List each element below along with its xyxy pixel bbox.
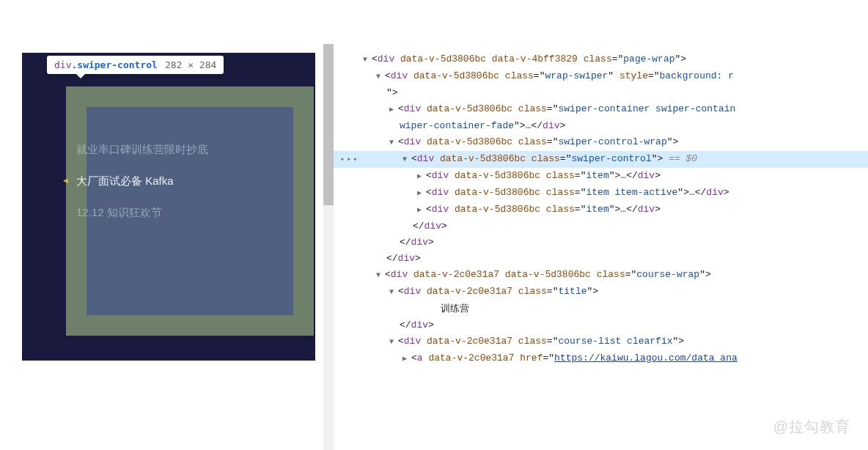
- code-token: div: [378, 54, 394, 64]
- code-token: data-v-5d3806bc: [434, 153, 526, 164]
- code-token: page-wrap: [623, 54, 674, 64]
- scroll-thumb[interactable]: [323, 44, 334, 205]
- dom-line[interactable]: </div>: [334, 317, 868, 333]
- watermark: @拉勾教育: [773, 417, 850, 437]
- code-token: div: [404, 286, 421, 297]
- arrow-down-icon[interactable]: ▼: [389, 334, 398, 350]
- code-token: div: [432, 170, 449, 181]
- dom-line[interactable]: •••▼<div data-v-5d3806bc class="swiper-c…: [334, 151, 868, 168]
- code-token: course-wrap: [636, 269, 699, 280]
- code-token: </: [413, 221, 424, 232]
- code-token: class: [512, 286, 547, 297]
- dom-line[interactable]: ▶<div data-v-5d3806bc class="item item-a…: [334, 185, 868, 202]
- code-token: div: [432, 187, 449, 198]
- line-actions-icon[interactable]: •••: [339, 152, 358, 169]
- code-token: background: r: [660, 70, 734, 81]
- code-token: <: [385, 269, 391, 280]
- code-token: item: [586, 170, 608, 181]
- code-token: a: [417, 353, 423, 364]
- code-token: div: [391, 269, 408, 280]
- dom-line[interactable]: wiper-container-fade">…</div>: [334, 118, 868, 134]
- dom-line[interactable]: ▶<div data-v-5d3806bc class="item">…</di…: [334, 202, 868, 218]
- dom-line[interactable]: </div>: [334, 235, 868, 251]
- dom-line[interactable]: ▼<div data-v-5d3806bc data-v-4bff3829 cl…: [334, 51, 868, 68]
- arrow-down-icon[interactable]: ▼: [376, 268, 385, 284]
- swiper-item[interactable]: 就业率口碑训练营限时抄底: [76, 133, 265, 165]
- code-token: swiper-container swiper-contain: [558, 103, 735, 114]
- arrow-down-icon[interactable]: ▼: [389, 284, 398, 300]
- code-token: =: [547, 286, 553, 297]
- code-token: =: [648, 70, 654, 81]
- swiper-item[interactable]: 12.12 知识狂欢节: [76, 196, 265, 228]
- code-token: </: [386, 253, 398, 264]
- arrow-down-icon[interactable]: ▼: [363, 52, 372, 68]
- code-token: </: [400, 237, 411, 248]
- arrow-down-icon[interactable]: ▼: [389, 135, 398, 151]
- code-token: <: [398, 103, 404, 114]
- code-token: >: [655, 170, 661, 181]
- code-token: data-v-5d3806bc: [449, 204, 540, 215]
- dom-line[interactable]: ▶<div data-v-5d3806bc class="item">…</di…: [334, 168, 868, 185]
- code-token: ": [667, 136, 673, 147]
- code-token: <: [411, 353, 417, 364]
- code-token: >: [673, 136, 679, 147]
- code-token: data-v-5d3806bc: [499, 269, 591, 280]
- dom-line[interactable]: ▶<a data-v-2c0e31a7 href="https://kaiwu.…: [334, 350, 868, 367]
- arrow-right-icon[interactable]: ▶: [417, 169, 426, 185]
- code-token: class: [512, 336, 547, 347]
- code-token: ": [608, 70, 614, 81]
- code-token: data-v-5d3806bc: [421, 136, 512, 147]
- dom-line[interactable]: ">: [334, 85, 868, 101]
- code-token: style: [614, 70, 648, 81]
- dom-line[interactable]: ▼<div data-v-2c0e31a7 class="course-list…: [334, 333, 868, 350]
- code-token: data-v-5d3806bc: [408, 70, 499, 81]
- dom-line[interactable]: </div>: [334, 251, 868, 267]
- code-token: div: [398, 253, 415, 264]
- dom-line[interactable]: ▶<div data-v-5d3806bc class="swiper-cont…: [334, 101, 868, 118]
- code-token: >: [678, 336, 684, 347]
- code-token: data-v-5d3806bc: [449, 170, 540, 181]
- code-token: >: [520, 120, 526, 131]
- arrow-right-icon[interactable]: ▶: [417, 185, 426, 202]
- code-token: div: [542, 120, 559, 131]
- code-token: class: [512, 103, 547, 114]
- code-token: data-v-2c0e31a7: [421, 286, 512, 297]
- dom-line[interactable]: ▼<div data-v-2c0e31a7 data-v-5d3806bc cl…: [334, 267, 868, 284]
- code-token: swiper-control: [571, 153, 651, 164]
- arrow-right-icon[interactable]: ▶: [417, 202, 426, 218]
- code-token: >: [441, 221, 447, 232]
- code-token: </: [400, 320, 411, 331]
- dom-line[interactable]: 训练营: [334, 300, 868, 317]
- element-tooltip: div.swiper-control282 × 284: [47, 56, 224, 74]
- code-token: >: [592, 286, 598, 297]
- code-token: </: [695, 187, 707, 198]
- code-token: https://kaiwu.lagou.com/data_ana: [554, 353, 738, 364]
- arrow-down-icon[interactable]: ▼: [402, 152, 411, 168]
- arrow-right-icon[interactable]: ▶: [389, 102, 398, 118]
- code-token: div: [411, 237, 428, 248]
- code-token: div: [638, 170, 655, 181]
- preview-panel: div.swiper-control282 × 284 就业率口碑训练营限时抄底…: [0, 44, 334, 450]
- dom-line[interactable]: ▼<div data-v-2c0e31a7 class="title">: [334, 284, 868, 300]
- dom-line[interactable]: ▼<div data-v-5d3806bc class="wrap-swiper…: [334, 68, 868, 85]
- code-token: div: [638, 204, 655, 215]
- dom-tree-panel[interactable]: ▼<div data-v-5d3806bc data-v-4bff3829 cl…: [334, 44, 868, 450]
- code-token: ": [654, 70, 660, 81]
- arrow-right-icon[interactable]: ▶: [402, 351, 411, 367]
- dom-line[interactable]: ▼<div data-v-5d3806bc class="swiper-cont…: [334, 134, 868, 151]
- swiper-item-active[interactable]: 大厂面试必备 Kafka: [76, 165, 265, 196]
- code-token: wiper-container-fade: [400, 120, 514, 131]
- code-token: div: [404, 103, 421, 114]
- code-token: <: [426, 187, 432, 198]
- code-token: div: [432, 204, 449, 215]
- code-token: </: [626, 170, 638, 181]
- code-token: href: [514, 353, 542, 364]
- arrow-down-icon[interactable]: ▼: [376, 69, 385, 85]
- code-token: >: [392, 87, 398, 98]
- code-token: =: [612, 54, 618, 64]
- code-token: >: [428, 237, 434, 248]
- code-token: class: [499, 70, 534, 81]
- tooltip-dims: 282 × 284: [165, 59, 216, 70]
- preview-scrollbar[interactable]: [323, 44, 334, 450]
- dom-line[interactable]: </div>: [334, 218, 868, 235]
